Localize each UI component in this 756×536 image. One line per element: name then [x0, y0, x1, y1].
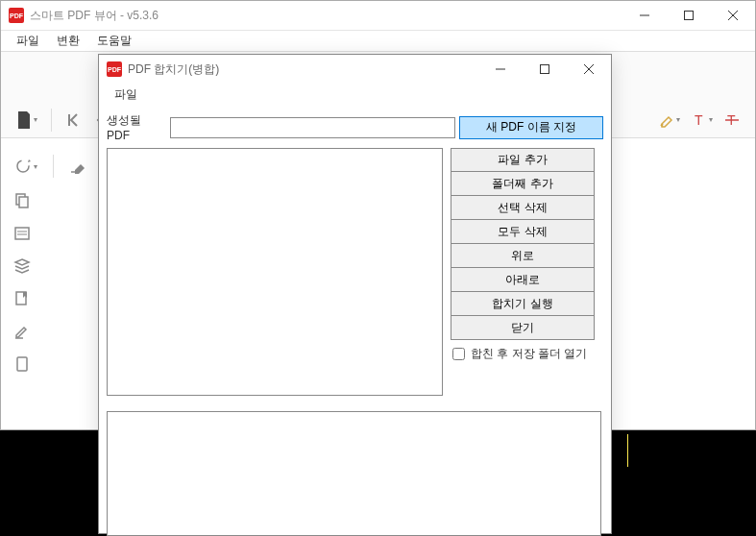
output-row: 생성될 PDF 새 PDF 이름 지정 [107, 112, 603, 142]
close-button[interactable] [711, 1, 755, 31]
maximize-button[interactable] [667, 1, 711, 31]
open-folder-row: 합친 후 저장 폴더 열기 [451, 346, 595, 362]
left-sidebar [11, 189, 34, 376]
edit-icon[interactable] [11, 320, 34, 343]
layers-icon[interactable] [11, 255, 34, 278]
highlight-icon[interactable]: ▾ [655, 107, 684, 134]
app-icon: PDF [9, 8, 24, 23]
bookmark-icon[interactable] [11, 287, 34, 310]
text-icon[interactable]: T▾ [688, 107, 717, 134]
main-menubar: 파일 변환 도움말 [1, 31, 755, 52]
menu-convert[interactable]: 변환 [49, 31, 87, 51]
main-titlebar: PDF 스마트 PDF 뷰어 - v5.3.6 [1, 1, 755, 31]
svg-text:T: T [695, 112, 703, 128]
dialog-icon: PDF [107, 61, 122, 77]
dialog-body: 생성될 PDF 새 PDF 이름 지정 파일 추가 폴더째 추가 선택 삭제 모… [99, 105, 611, 536]
svg-rect-9 [19, 197, 28, 207]
separator [53, 155, 54, 178]
rotate-icon[interactable]: ▾ [11, 153, 41, 180]
menu-file[interactable]: 파일 [9, 31, 47, 51]
main-title: 스마트 PDF 뷰어 - v5.3.6 [30, 8, 622, 24]
dialog-close-button[interactable] [567, 55, 611, 84]
close-button[interactable]: 닫기 [451, 316, 595, 340]
open-folder-label: 합친 후 저장 폴더 열기 [471, 346, 587, 362]
separator [51, 109, 52, 132]
log-textarea[interactable] [107, 411, 601, 536]
page-icon[interactable] [11, 353, 34, 376]
dialog-menubar: 파일 [99, 84, 611, 105]
add-folder-button[interactable]: 폴더째 추가 [451, 172, 595, 196]
add-file-button[interactable]: 파일 추가 [451, 148, 595, 172]
list-and-buttons-row: 파일 추가 폴더째 추가 선택 삭제 모두 삭제 위로 아래로 합치기 실행 닫… [107, 148, 603, 396]
svg-rect-1 [685, 12, 694, 20]
new-doc-icon[interactable]: ▾ [12, 107, 41, 134]
eraser-icon[interactable] [65, 153, 90, 180]
remove-all-button[interactable]: 모두 삭제 [451, 220, 595, 244]
svg-point-7 [17, 160, 29, 172]
new-pdf-name-button[interactable]: 새 PDF 이름 지정 [459, 116, 603, 139]
window-controls [622, 1, 755, 31]
toolbar-right: ▾ T▾ T [655, 107, 744, 134]
dialog-titlebar: PDF PDF 합치기(병합) [99, 55, 611, 84]
move-down-button[interactable]: 아래로 [451, 268, 595, 292]
first-page-icon[interactable] [61, 107, 85, 134]
svg-rect-17 [541, 65, 549, 74]
file-listbox[interactable] [107, 148, 443, 396]
svg-rect-10 [15, 228, 29, 239]
strikethrough-icon[interactable]: T [720, 107, 744, 134]
yellow-marker [627, 434, 628, 467]
list-icon[interactable] [11, 222, 34, 245]
dialog-minimize-button[interactable] [478, 55, 523, 84]
menu-help[interactable]: 도움말 [89, 31, 139, 51]
move-up-button[interactable]: 위로 [451, 244, 595, 268]
dialog-maximize-button[interactable] [523, 55, 567, 84]
output-pdf-input[interactable] [170, 117, 455, 138]
dialog-title: PDF 합치기(병합) [128, 61, 478, 78]
minimize-button[interactable] [622, 1, 667, 31]
action-button-column: 파일 추가 폴더째 추가 선택 삭제 모두 삭제 위로 아래로 합치기 실행 닫… [451, 148, 595, 396]
output-label: 생성될 PDF [107, 112, 166, 142]
toolbar-row2: ▾ [11, 153, 90, 180]
svg-rect-15 [17, 357, 27, 371]
merge-button[interactable]: 합치기 실행 [451, 292, 595, 316]
remove-selected-button[interactable]: 선택 삭제 [451, 196, 595, 220]
merge-dialog: PDF PDF 합치기(병합) 파일 생성될 PDF 새 PDF 이름 지정 파… [98, 54, 612, 534]
copy-icon[interactable] [11, 189, 34, 212]
dialog-menu-file[interactable]: 파일 [107, 85, 145, 105]
open-folder-checkbox[interactable] [452, 348, 465, 360]
